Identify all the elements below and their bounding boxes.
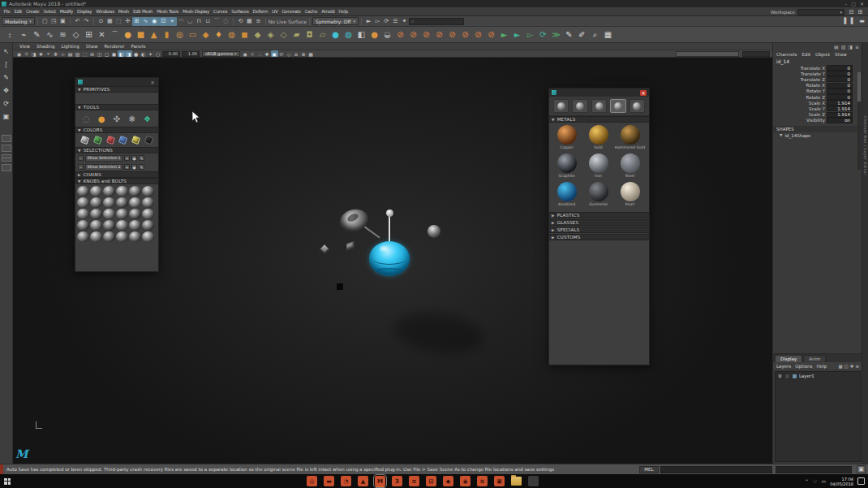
action-center-icon[interactable] [857,477,865,485]
custom-tool-icon[interactable]: ❋ [127,114,137,124]
layer-name[interactable]: Layer1 [799,374,814,378]
shelf-tool-icon[interactable]: ■ [135,28,147,41]
diamond-mesh-object[interactable] [320,244,329,253]
preset-thumbnail[interactable] [90,197,102,208]
channel-display-icon[interactable]: ◨ [848,44,853,50]
symmetry-dropdown[interactable]: Symmetry: Off▾ [312,17,359,25]
menu-item[interactable]: Arnold [320,9,337,14]
section-tools[interactable]: ▼TOOLS [75,104,158,110]
viewport-extra-field[interactable] [742,51,770,57]
shaderball-view-button[interactable] [572,99,587,113]
panel-menu-item[interactable]: View [16,44,33,49]
menu-item[interactable]: Edit [12,9,24,14]
layer-action-icon[interactable]: ▦ [838,364,842,369]
shelf-tool-icon[interactable]: ◘ [303,28,316,41]
construction-history-icon[interactable]: ⟲ [236,17,245,26]
shelf-tool-icon[interactable]: ⊘ [446,28,458,41]
taskbar-app-icon[interactable]: ≡ [409,476,419,486]
close-icon[interactable]: ✕ [640,90,647,96]
taskbar-app-icon[interactable]: ◉ [460,476,471,486]
shelf-tool-icon[interactable]: ◍ [226,28,238,41]
separator[interactable] [37,18,38,25]
viewport-toolbar-icon[interactable]: ◫ [96,50,103,57]
preset-thumbnail[interactable] [129,186,141,196]
undo-redo-icon[interactable]: ↷ [82,17,91,26]
tool-icon[interactable]: ✥ [1,85,11,96]
section-selections[interactable]: ▼SELECTIONS [75,147,158,153]
shelf-tool-icon[interactable]: ⊘ [485,28,497,41]
material-category-header[interactable]: ▶CUSTOMS [549,234,649,240]
preset-thumbnail[interactable] [116,209,128,219]
channel-value-field[interactable]: 0 [827,65,853,71]
shelf-tool-icon[interactable]: ⊘ [472,28,484,41]
add-selection-button[interactable]: + [124,164,130,170]
viewport-toolbar-icon[interactable]: ◉ [15,50,23,57]
shelf-tool-icon[interactable]: ⊞ [83,28,95,41]
workspace-dropdown[interactable]: ▾ [797,9,844,15]
taskbar-app-icon[interactable]: ▣ [494,476,505,486]
snap-icon[interactable]: ◠ [177,17,186,26]
gamma-field[interactable]: 1.00 [182,51,200,57]
shaderball-view-button[interactable] [591,99,607,113]
snap-icon[interactable]: ⊞ [132,17,141,26]
separator[interactable] [265,18,266,25]
sphere-mesh-object[interactable] [428,225,440,238]
channel-box-scrollbar[interactable] [857,72,861,170]
shelf-tool-icon[interactable]: ▮ [161,28,173,41]
shard-mesh-object[interactable] [346,241,354,250]
viewport-toolbar-icon[interactable]: ▤ [67,50,74,57]
preset-thumbnail[interactable] [90,220,102,231]
shelf-tool-icon[interactable]: ● [122,28,134,41]
viewport-toolbar-icon[interactable]: ○ [154,50,161,57]
viewport-toolbar-icon[interactable]: ⌑ [249,50,256,57]
shelf-tool-icon[interactable]: ► [498,28,510,41]
preset-thumbnail[interactable] [77,209,89,219]
material-category-header[interactable]: ▶SPECIALS [549,227,649,233]
shelf-tool-icon[interactable]: ▲ [148,28,160,41]
channel-box-menu-item[interactable]: Edit [801,52,810,57]
color-swatch-icon[interactable] [80,136,90,145]
construction-history-icon[interactable]: ≡ [254,17,263,26]
shelf-tool-icon[interactable]: ◍ [342,28,355,41]
tray-icon[interactable]: ⌃ [805,478,809,484]
viewport-toolbar-icon[interactable]: ◼ [110,50,118,57]
minimize-button[interactable]: – [844,1,847,6]
shelf-tool-icon[interactable]: ✎ [31,28,43,41]
file-explorer-icon[interactable] [511,477,522,486]
layer-editor-tab[interactable]: Display [775,355,802,362]
tool-icon[interactable]: ⟅ [1,59,11,70]
shelf-tool-icon[interactable]: ► [511,28,523,41]
menu-item[interactable]: Display [75,9,94,14]
shelf-tool-icon[interactable]: ▦ [602,28,614,41]
viewport-toolbar-icon[interactable]: ◧ [118,50,125,57]
separator[interactable] [93,18,94,25]
preset-thumbnail[interactable] [116,197,128,208]
shelf-tool-icon[interactable]: ⌒ [109,28,121,41]
layout-four-pane-button[interactable] [2,154,11,162]
render-icon[interactable]: ⟳ [382,17,391,26]
layer-menu-item[interactable]: Options [795,364,812,369]
preset-thumbnail[interactable] [142,220,154,231]
snap-icon[interactable]: ⌒ [213,17,221,26]
menu-item[interactable]: Edit Mesh [131,9,154,14]
select-set-icon[interactable]: ◉ [131,164,137,170]
snap-icon[interactable]: ⊡ [159,17,168,26]
viewport-toolbar-icon[interactable]: ✦ [147,50,154,57]
shelf-tool-icon[interactable]: ◧ [355,28,367,41]
edit-set-icon[interactable]: ✎ [139,164,144,170]
material-preset[interactable]: Gunmetal [582,182,614,210]
start-button[interactable] [0,474,15,488]
shelf-tool-icon[interactable]: ● [329,28,342,41]
channel-value-field[interactable]: 1.914 [827,106,853,111]
separator[interactable] [361,18,362,25]
preset-thumbnail[interactable] [142,231,154,242]
viewport-toolbar-icon[interactable]: ▥ [74,50,81,57]
material-preset[interactable]: Iron [582,153,614,182]
preset-thumbnail[interactable] [77,220,89,231]
snap-icon[interactable]: ⊓ [195,17,204,26]
render-icon[interactable]: ✦ [400,17,409,26]
separator[interactable] [309,18,310,25]
viewport-toolbar-icon[interactable]: ⊞ [88,50,96,57]
channel-box-menu-item[interactable]: Show [835,52,847,57]
curve-knob[interactable] [386,209,393,217]
